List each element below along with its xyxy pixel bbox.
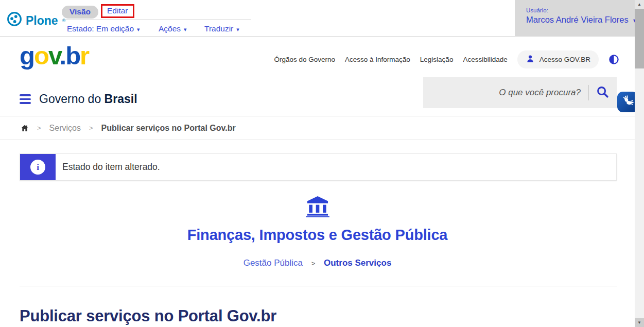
breadcrumb-separator: > xyxy=(311,260,316,267)
search-bar xyxy=(423,77,617,108)
login-button[interactable]: Acesso GOV.BR xyxy=(517,50,599,68)
nav-link-acessibilidade[interactable]: Acessibilidade xyxy=(463,56,507,63)
user-menu[interactable]: Usuário: Marcos André Vieira Flores▼ xyxy=(515,0,635,37)
search-button[interactable] xyxy=(595,84,611,101)
breadcrumb-separator: > xyxy=(37,124,41,132)
content-divider xyxy=(20,286,617,286)
category-breadcrumb: Gestão Pública > Outros Serviços xyxy=(0,258,635,268)
bank-icon xyxy=(0,196,635,219)
plone-logo-mark: ® xyxy=(62,18,66,23)
menu-actions[interactable]: Ações▾ xyxy=(159,24,187,33)
alert-message: Estado do item alterado. xyxy=(62,162,160,173)
plone-logo[interactable]: Plone® xyxy=(7,11,65,30)
breadcrumb-separator: > xyxy=(89,124,93,132)
user-name: Marcos André Vieira Flores xyxy=(526,15,629,24)
scrollbar-thumb[interactable] xyxy=(635,9,644,68)
govbr-logo-letter: v xyxy=(48,42,60,70)
breadcrumb-item-current: Publicar serviços no Portal Gov.br xyxy=(101,124,236,133)
scroll-down-button[interactable]: ▼ xyxy=(635,318,644,327)
sign-language-hands-icon xyxy=(621,94,634,110)
menu-translate-label: Traduzir xyxy=(204,24,233,33)
govbr-logo-letter: . xyxy=(60,42,66,70)
govbr-logo[interactable]: gov.br xyxy=(20,43,89,68)
alert-icon-box: i xyxy=(20,154,56,180)
chevron-down-icon: ▾ xyxy=(184,26,187,32)
hamburger-menu-icon[interactable] xyxy=(20,94,31,104)
breadcrumb: > Serviços > Publicar serviços no Portal… xyxy=(0,116,644,140)
search-divider xyxy=(588,85,588,100)
chevron-down-icon: ▾ xyxy=(236,26,239,32)
scroll-up-button[interactable]: ▲ xyxy=(635,0,644,9)
site-title-row: Governo do Brasil xyxy=(20,92,137,106)
nav-link-orgaos-do-governo[interactable]: Órgãos do Governo xyxy=(274,56,335,63)
category-hero: Finanças, Impostos e Gestão Pública Gest… xyxy=(0,196,635,268)
tabs-underline xyxy=(62,20,251,20)
govbr-logo-letter: b xyxy=(65,42,80,70)
page-title: Publicar serviços no Portal Gov.br xyxy=(20,307,276,325)
plone-toolbar: Plone® Visão Editar Estado: Em edição▾ A… xyxy=(0,0,644,37)
site-title-bold: Brasil xyxy=(105,92,137,106)
category-parent-link[interactable]: Gestão Pública xyxy=(243,258,303,268)
site-title: Governo do Brasil xyxy=(39,92,137,106)
breadcrumb-item-servicos[interactable]: Serviços xyxy=(49,124,81,133)
menu-actions-label: Ações xyxy=(159,24,181,33)
tab-view[interactable]: Visão xyxy=(62,6,98,19)
scrollbar[interactable]: ▲ ▼ xyxy=(635,0,644,327)
login-label: Acesso GOV.BR xyxy=(539,56,590,63)
govbr-logo-letter: g xyxy=(20,42,34,70)
home-icon[interactable] xyxy=(21,124,29,132)
info-icon: i xyxy=(30,160,45,175)
plone-logo-text: Plone xyxy=(26,14,58,28)
site-title-regular: Governo do xyxy=(39,92,101,106)
menu-workflow-state[interactable]: Estado: Em edição▾ xyxy=(67,24,140,33)
user-label: Usuário: xyxy=(526,7,635,13)
chevron-down-icon: ▾ xyxy=(137,26,140,32)
menu-translate[interactable]: Traduzir▾ xyxy=(204,24,239,33)
screen: Plone® Visão Editar Estado: Em edição▾ A… xyxy=(0,0,644,327)
status-alert: i Estado do item alterado. xyxy=(20,153,617,181)
nav-link-legislacao[interactable]: Legislação xyxy=(420,56,454,63)
header-nav: Órgãos do Governo Acesso à Informação Le… xyxy=(274,50,619,68)
tab-edit[interactable]: Editar xyxy=(101,4,134,18)
contrast-toggle-icon[interactable] xyxy=(608,54,619,65)
nav-link-acesso-a-informacao[interactable]: Acesso à Informação xyxy=(345,56,410,63)
govbr-logo-letter: r xyxy=(80,42,89,70)
category-current-link[interactable]: Outros Serviços xyxy=(324,258,391,268)
category-title: Finanças, Impostos e Gestão Pública xyxy=(0,227,635,244)
search-icon xyxy=(596,85,610,100)
menu-workflow-state-label: Estado: Em edição xyxy=(67,24,134,33)
plone-logo-icon xyxy=(7,11,22,30)
govbr-logo-letter: o xyxy=(34,42,48,70)
user-icon xyxy=(526,54,535,65)
search-input[interactable] xyxy=(437,88,581,98)
